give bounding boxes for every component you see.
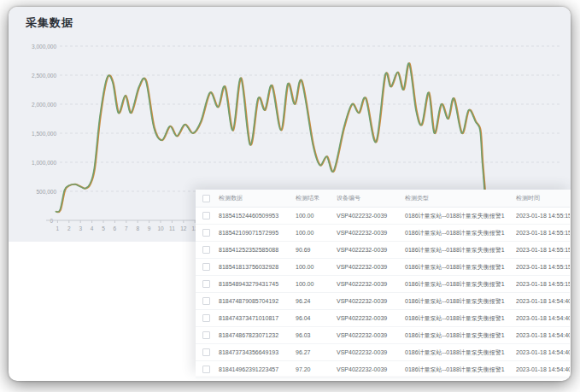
cell-device-number: VSP4022232-0039 bbox=[334, 344, 402, 361]
cell-detect-result: 100.00 bbox=[293, 225, 334, 242]
cell-detect-data-id: 818548943279431745 bbox=[216, 276, 293, 293]
row-checkbox[interactable] bbox=[202, 366, 210, 373]
cell-detect-time: 2023-01-18 14:55:15 bbox=[513, 259, 570, 276]
cell-detect-time: 2023-01-18 14:54:40 bbox=[513, 327, 570, 344]
cell-detect-data-id: 818473734356649193 bbox=[216, 344, 293, 361]
table-row[interactable]: 818474867823071232 96.03 VSP4022232-0039… bbox=[196, 327, 570, 344]
cell-device-number: VSP4022232-0039 bbox=[334, 361, 402, 378]
table-row[interactable]: 818473734356649193 96.27 VSP4022232-0039… bbox=[196, 344, 570, 361]
y-axis-tick-label: 1,500,000 bbox=[32, 131, 56, 137]
x-axis-tick-label: 12 bbox=[180, 225, 187, 231]
x-axis-tick-label: 2 bbox=[67, 225, 71, 231]
cell-detect-time: 2023-01-18 14:54:40 bbox=[513, 310, 570, 327]
cell-detect-data-id: 818414962391223457 bbox=[216, 361, 293, 378]
table-row[interactable]: 818541524460509953 100.00 VSP4022232-003… bbox=[196, 208, 570, 225]
cell-detect-type: 0186计量泵站--0188计量泵失衡报警1 bbox=[402, 344, 513, 361]
cell-detect-type: 0186计量泵站--0188计量泵失衡报警1 bbox=[402, 361, 513, 378]
column-header: 检测结果 bbox=[293, 190, 334, 208]
row-checkbox[interactable] bbox=[202, 229, 210, 237]
cell-device-number: VSP4022232-0039 bbox=[334, 225, 402, 242]
cell-detect-result: 100.00 bbox=[293, 208, 334, 225]
x-axis-tick-label: 6 bbox=[114, 225, 117, 231]
table-row[interactable]: 818414962391223457 97.20 VSP4022232-0039… bbox=[196, 361, 570, 378]
cell-detect-result: 96.24 bbox=[293, 293, 334, 310]
cell-detect-result: 96.27 bbox=[293, 344, 334, 361]
cell-detect-type: 0186计量泵站--0188计量泵失衡报警1 bbox=[402, 259, 513, 276]
cell-detect-type: 0186计量泵站--0188计量泵失衡报警1 bbox=[402, 225, 513, 242]
cell-device-number: VSP4022232-0039 bbox=[334, 327, 402, 344]
x-axis-tick-label: 3 bbox=[79, 225, 82, 231]
row-checkbox[interactable] bbox=[202, 263, 210, 271]
cell-detect-result: 100.00 bbox=[293, 259, 334, 276]
x-axis-tick-label: 8 bbox=[136, 225, 139, 231]
cell-detect-time: 2023-01-18 14:54:40 bbox=[513, 293, 570, 310]
cell-detect-time: 2023-01-18 14:55:15 bbox=[513, 276, 570, 293]
y-axis-tick-label: 2,000,000 bbox=[32, 102, 56, 108]
y-axis-tick-label: 1,000,000 bbox=[32, 160, 56, 166]
cell-detect-type: 0186计量泵站--0188计量泵失衡报警1 bbox=[402, 293, 513, 310]
column-header: 检测时间 bbox=[513, 190, 570, 208]
table-row[interactable]: 818474373471010817 96.04 VSP4022232-0039… bbox=[196, 310, 570, 327]
y-axis-tick-label: 500,000 bbox=[37, 189, 57, 195]
cell-detect-data-id: 818541252352585088 bbox=[216, 242, 293, 259]
x-axis-tick-label: 10 bbox=[157, 225, 164, 231]
x-axis-tick-label: 7 bbox=[125, 225, 128, 231]
cell-detect-data-id: 818474373471010817 bbox=[216, 310, 293, 327]
row-checkbox[interactable] bbox=[202, 348, 210, 356]
cell-detect-result: 96.03 bbox=[293, 327, 334, 344]
cell-detect-time: 2023-01-18 14:55:15 bbox=[513, 242, 570, 259]
results-table: 检测数据检测结果设备编号检测类型检测时间 818541524460509953 … bbox=[196, 190, 570, 378]
cell-detect-data-id: 818542109071572995 bbox=[216, 225, 293, 242]
table-row[interactable]: 818474879085704192 96.24 VSP4022232-0039… bbox=[196, 293, 570, 310]
row-checkbox[interactable] bbox=[202, 280, 210, 288]
cell-detect-type: 0186计量泵站--0188计量泵失衡报警1 bbox=[402, 242, 513, 259]
cell-device-number: VSP4022232-0039 bbox=[334, 259, 402, 276]
cell-detect-time: 2023-01-18 14:54:40 bbox=[513, 361, 570, 378]
cell-detect-result: 100.00 bbox=[293, 276, 334, 293]
x-axis-tick-label: 11 bbox=[169, 225, 175, 231]
cell-detect-result: 96.04 bbox=[293, 310, 334, 327]
x-axis-tick-label: 4 bbox=[91, 225, 94, 231]
row-checkbox[interactable] bbox=[202, 246, 210, 254]
column-header: 设备编号 bbox=[334, 190, 402, 208]
cell-detect-data-id: 818541524460509953 bbox=[216, 208, 293, 225]
cell-detect-data-id: 818541813756032928 bbox=[216, 259, 293, 276]
x-axis-tick-label: 1 bbox=[56, 225, 60, 231]
cell-device-number: VSP4022232-0039 bbox=[334, 242, 402, 259]
results-table-panel: 检测数据检测结果设备编号检测类型检测时间 818541524460509953 … bbox=[196, 190, 571, 376]
table-header-row: 检测数据检测结果设备编号检测类型检测时间 bbox=[196, 190, 570, 208]
cell-detect-type: 0186计量泵站--0188计量泵失衡报警1 bbox=[402, 276, 513, 293]
cell-detect-data-id: 818474879085704192 bbox=[216, 293, 293, 310]
row-checkbox[interactable] bbox=[202, 331, 210, 339]
cell-detect-result: 97.20 bbox=[293, 361, 334, 378]
x-axis-tick-label: 9 bbox=[148, 225, 151, 231]
row-checkbox[interactable] bbox=[202, 314, 210, 322]
cell-device-number: VSP4022232-0039 bbox=[334, 208, 402, 225]
row-checkbox[interactable] bbox=[202, 297, 210, 305]
cell-detect-data-id: 818474867823071232 bbox=[216, 327, 293, 344]
dashboard-card: 采集数据 0500,0001,000,0001,500,0002,000,000… bbox=[9, 7, 571, 381]
column-header: 检测数据 bbox=[216, 190, 293, 208]
select-all-checkbox[interactable] bbox=[202, 195, 210, 202]
cell-device-number: VSP4022232-0039 bbox=[334, 293, 402, 310]
cell-detect-type: 0186计量泵站--0188计量泵失衡报警1 bbox=[402, 327, 513, 344]
table-row[interactable]: 818541813756032928 100.00 VSP4022232-003… bbox=[196, 259, 570, 276]
y-axis-tick-label: 2,500,000 bbox=[32, 73, 56, 79]
cell-detect-type: 0186计量泵站--0188计量泵失衡报警1 bbox=[402, 208, 513, 225]
cell-device-number: VSP4022232-0039 bbox=[334, 276, 402, 293]
cell-detect-type: 0186计量泵站--0188计量泵失衡报警1 bbox=[402, 310, 513, 327]
x-axis-tick-label: 5 bbox=[102, 225, 105, 231]
table-row[interactable]: 818542109071572995 100.00 VSP4022232-003… bbox=[196, 225, 570, 242]
row-checkbox[interactable] bbox=[202, 212, 210, 219]
column-header: 检测类型 bbox=[402, 190, 513, 208]
cell-device-number: VSP4022232-0039 bbox=[334, 310, 402, 327]
cell-detect-time: 2023-01-18 14:55:15 bbox=[513, 208, 570, 225]
y-axis-tick-label: 3,000,000 bbox=[32, 44, 56, 50]
cell-detect-time: 2023-01-18 14:55:15 bbox=[513, 225, 570, 242]
cell-detect-result: 90.69 bbox=[293, 242, 334, 259]
table-row[interactable]: 818541252352585088 90.69 VSP4022232-0039… bbox=[196, 242, 570, 259]
table-row[interactable]: 818548943279431745 100.00 VSP4022232-003… bbox=[196, 276, 570, 293]
cell-detect-time: 2023-01-18 14:54:40 bbox=[513, 344, 570, 361]
